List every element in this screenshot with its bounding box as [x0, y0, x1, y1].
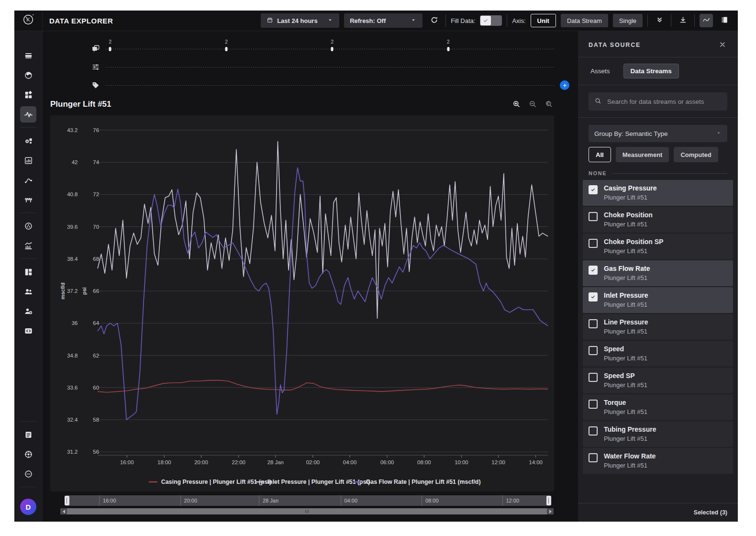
time-range-selector[interactable]: 16:0020:0028 Jan04:0008:0012:00	[65, 495, 551, 506]
scroll-right-button[interactable]	[547, 508, 554, 514]
stream-item[interactable]: Speed Plunger Lift #51	[583, 341, 733, 367]
stream-item[interactable]: Inlet Pressure Plunger Lift #51	[583, 287, 733, 313]
filter-computed[interactable]: Computed	[674, 147, 718, 162]
stream-checkbox[interactable]	[589, 453, 598, 462]
sidebar-item-widgets[interactable]	[20, 87, 36, 103]
sidebar-item-wheel[interactable]	[20, 446, 36, 462]
tag-icon	[91, 81, 100, 89]
stream-item[interactable]: Speed SP Plunger Lift #51	[583, 368, 733, 393]
zoom-in-icon	[512, 100, 521, 108]
fill-data-toggle[interactable]	[480, 15, 502, 26]
app-logo[interactable]: K	[14, 11, 43, 31]
sidebar-item-stack[interactable]	[20, 47, 36, 64]
filter-measurement[interactable]: Measurement	[616, 147, 669, 162]
horizontal-scrollbar[interactable]	[60, 508, 554, 514]
stream-checkbox[interactable]	[589, 400, 598, 409]
stream-subtitle: Plunger Lift #51	[604, 194, 657, 201]
stream-checkbox[interactable]	[589, 239, 598, 248]
collapse-button[interactable]	[653, 14, 666, 27]
annotation-marker[interactable]	[331, 47, 334, 51]
tab-assets[interactable]: Assets	[589, 64, 612, 78]
download-button[interactable]	[676, 14, 689, 27]
sidebar-item-automation[interactable]	[20, 133, 36, 149]
axis-single-button[interactable]: Single	[613, 14, 643, 27]
refresh-dropdown[interactable]: Refresh: Off	[344, 13, 422, 28]
zoom-in-button[interactable]	[512, 100, 522, 109]
stream-checkbox[interactable]	[589, 212, 598, 221]
svg-text:56: 56	[93, 449, 99, 455]
sidebar-item-route[interactable]	[20, 172, 36, 188]
scrollbar-thumb[interactable]	[67, 508, 547, 514]
stream-item[interactable]: Gas Flow Rate Plunger Lift #51	[583, 260, 733, 286]
search-input[interactable]	[606, 98, 722, 106]
sidebar-item-user-settings[interactable]	[20, 303, 36, 319]
svg-text:70: 70	[93, 224, 99, 230]
scrollbar-grip[interactable]	[305, 510, 309, 513]
sidebar-item-hub[interactable]	[20, 466, 36, 482]
sidebar-item-globe[interactable]	[20, 67, 36, 83]
sidebar-item-users[interactable]	[20, 283, 36, 300]
axis-unit-button[interactable]: Unit	[531, 14, 556, 27]
stream-checkbox[interactable]	[589, 185, 598, 194]
sliders-icon	[91, 63, 100, 71]
hub-icon	[24, 469, 33, 479]
tab-data-streams[interactable]: Data Streams	[623, 64, 679, 78]
sidebar-item-chip[interactable]	[20, 218, 36, 234]
svg-text:06:00: 06:00	[380, 459, 394, 465]
range-tick-label: 20:00	[180, 495, 198, 506]
svg-text:08:00: 08:00	[417, 459, 431, 465]
stream-checkbox[interactable]	[589, 292, 598, 302]
stream-checkbox[interactable]	[589, 373, 598, 382]
annotation-marker[interactable]	[109, 47, 111, 51]
zoom-reset-button[interactable]	[545, 100, 554, 109]
stream-subtitle: Plunger Lift #51	[604, 408, 647, 416]
sidebar-item-data-explorer[interactable]	[20, 106, 36, 123]
timeseries-chart[interactable]: 43.276427440.87239.67038.46837.266366434…	[50, 115, 554, 491]
axis-label: Axis:	[512, 17, 525, 24]
stream-checkbox[interactable]	[589, 319, 598, 328]
search-box[interactable]	[589, 92, 727, 111]
stream-checkbox[interactable]	[589, 346, 598, 355]
time-range-dropdown[interactable]: Last 24 hours	[261, 13, 339, 28]
annotation-marker[interactable]	[225, 47, 228, 51]
sidebar-item-chart-box[interactable]	[20, 152, 36, 168]
refresh-button[interactable]	[427, 14, 441, 27]
stream-item[interactable]: Choke Position SP Plunger Lift #51	[583, 234, 733, 259]
logo-icon: K	[22, 13, 34, 26]
chart-title: Plunger Lift #51	[50, 100, 111, 109]
sidebar-item-notes[interactable]	[20, 426, 36, 443]
track-line[interactable]	[106, 85, 554, 86]
sidebar-item-dashboard[interactable]	[20, 264, 36, 280]
stream-subtitle: Plunger Lift #51	[604, 221, 653, 228]
add-annotation-button[interactable]	[560, 80, 569, 90]
track-line[interactable]: 2222	[106, 49, 554, 49]
stream-title: Inlet Pressure	[604, 291, 648, 300]
stream-checkbox[interactable]	[589, 426, 598, 436]
sidebar-item-barrier[interactable]	[20, 191, 36, 208]
stream-subtitle: Plunger Lift #51	[604, 328, 648, 335]
scroll-left-button[interactable]	[60, 508, 67, 514]
group-by-dropdown[interactable]: Group By: Semantic Type	[589, 125, 727, 142]
stream-item[interactable]: Choke Position Plunger Lift #51	[583, 207, 733, 233]
track-line[interactable]	[106, 67, 554, 67]
stream-item[interactable]: Casing Pressure Plunger Lift #51	[583, 180, 733, 206]
stream-item[interactable]: Line Pressure Plunger Lift #51	[583, 314, 733, 340]
svg-text:14:00: 14:00	[529, 459, 542, 465]
trend-view-button[interactable]	[700, 14, 713, 27]
range-handle-right[interactable]	[546, 496, 551, 505]
stream-checkbox[interactable]	[589, 266, 598, 275]
stream-item[interactable]: Water Flow Rate Plunger Lift #51	[583, 448, 733, 474]
axis-data-stream-button[interactable]: Data Stream	[561, 14, 608, 27]
report-button[interactable]	[718, 14, 731, 27]
stream-item[interactable]: Tubing Pressure Plunger Lift #51	[583, 421, 733, 447]
zoom-out-button[interactable]	[528, 100, 538, 109]
stream-item[interactable]: Torque Plunger Lift #51	[583, 394, 733, 420]
stream-title: Line Pressure	[604, 318, 648, 326]
annotation-marker[interactable]	[447, 47, 449, 51]
close-panel-button[interactable]	[719, 41, 727, 49]
sidebar-item-analytics[interactable]	[20, 237, 36, 254]
user-avatar[interactable]: D	[20, 499, 36, 515]
filter-all[interactable]: All	[589, 147, 611, 162]
range-handle-left[interactable]	[65, 496, 69, 505]
sidebar-item-code[interactable]	[20, 323, 36, 339]
